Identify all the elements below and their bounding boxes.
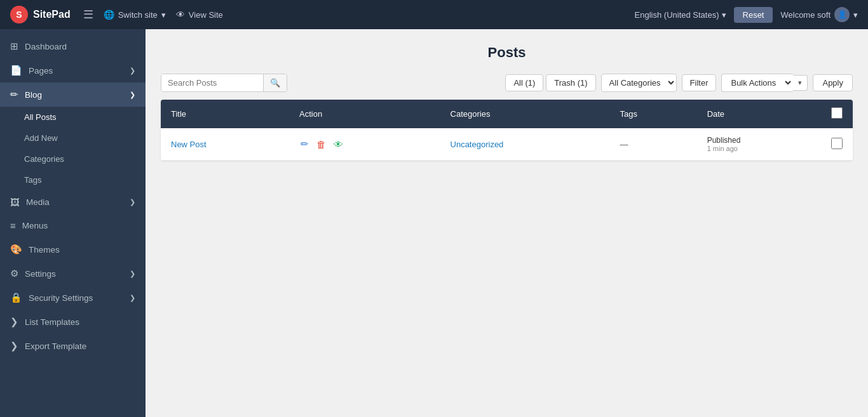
logo-icon: S	[10, 6, 28, 23]
pages-chevron: ❯	[130, 67, 135, 75]
select-all-checkbox[interactable]	[831, 107, 843, 119]
app-name: SitePad	[33, 9, 71, 20]
user-avatar: 👤	[834, 7, 850, 22]
language-chevron: ▾	[722, 10, 726, 20]
sidebar-item-export-template[interactable]: ❯ Export Template	[0, 334, 146, 358]
search-button[interactable]: 🔍	[263, 74, 287, 91]
top-nav-right: English (United States) ▾ Reset Welcome …	[635, 7, 858, 23]
sidebar-item-settings[interactable]: ⚙ Settings ❯	[0, 261, 146, 286]
post-date-status: Published	[707, 136, 811, 145]
security-chevron: ❯	[130, 294, 135, 302]
col-tags: Tags	[610, 100, 697, 128]
sidebar-label-dashboard: Dashboard	[25, 42, 67, 51]
sidebar-sub-categories[interactable]: Categories	[0, 149, 146, 169]
main-layout: ⊞ Dashboard 📄 Pages ❯ ✏ Blog ❯ All Posts…	[0, 29, 868, 417]
post-action-cell: ✏ 🗑 👁	[289, 128, 440, 161]
search-input[interactable]	[161, 74, 263, 91]
search-wrapper: 🔍	[161, 74, 287, 92]
filter-tabs: All (1) Trash (1)	[505, 74, 595, 91]
edit-post-button[interactable]: ✏	[299, 137, 310, 151]
sub-label-add-new: Add New	[24, 133, 58, 143]
reset-button[interactable]: Reset	[734, 7, 773, 23]
col-checkbox-header	[821, 100, 853, 128]
sub-label-categories: Categories	[24, 154, 64, 164]
sidebar: ⊞ Dashboard 📄 Pages ❯ ✏ Blog ❯ All Posts…	[0, 29, 146, 417]
eye-icon: 👁	[176, 10, 185, 20]
dashboard-icon: ⊞	[10, 41, 18, 52]
delete-post-button[interactable]: 🗑	[315, 138, 327, 151]
main-content: Posts 🔍 All (1) Trash (1) All Categories…	[146, 29, 868, 417]
sidebar-sub-tags[interactable]: Tags	[0, 169, 146, 190]
sidebar-item-themes[interactable]: 🎨 Themes	[0, 237, 146, 261]
security-icon: 🔒	[10, 292, 22, 303]
bulk-actions-wrapper: Bulk Actions ▾	[721, 74, 808, 92]
post-select-checkbox[interactable]	[831, 138, 843, 149]
apply-button[interactable]: Apply	[813, 74, 853, 91]
table-header-row: Title Action Categories Tags Date	[161, 100, 853, 128]
tab-trash[interactable]: Trash (1)	[546, 74, 595, 91]
app-logo[interactable]: S SitePad	[10, 6, 71, 23]
switch-site-button[interactable]: 🌐 Switch site ▾	[104, 10, 166, 20]
post-tags-cell: —	[610, 128, 697, 161]
sidebar-label-settings: Settings	[25, 269, 56, 279]
view-site-label: View Site	[189, 10, 223, 20]
sidebar-item-media[interactable]: 🖼 Media ❯	[0, 190, 146, 214]
sidebar-label-media: Media	[26, 197, 50, 207]
user-chevron: ▾	[853, 10, 858, 20]
sub-label-tags: Tags	[24, 175, 41, 185]
sidebar-item-pages[interactable]: 📄 Pages ❯	[0, 58, 146, 83]
language-selector[interactable]: English (United States) ▾	[635, 10, 726, 20]
sub-label-all-posts: All Posts	[24, 112, 57, 122]
sidebar-item-menus[interactable]: ≡ Menus	[0, 214, 146, 237]
menus-icon: ≡	[10, 220, 16, 231]
blog-chevron: ❯	[130, 91, 135, 99]
sidebar-label-menus: Menus	[22, 221, 48, 230]
welcome-label: Welcome soft	[780, 10, 831, 20]
switch-site-chevron: ▾	[161, 10, 166, 20]
post-category-link[interactable]: Uncategorized	[451, 140, 504, 149]
sidebar-item-security[interactable]: 🔒 Security Settings ❯	[0, 286, 146, 310]
post-tags-value: —	[620, 140, 628, 149]
bulk-actions-select[interactable]: Bulk Actions	[721, 74, 793, 92]
post-date-relative: 1 min ago	[707, 145, 811, 152]
blog-icon: ✏	[10, 89, 18, 100]
categories-select[interactable]: All Categories	[601, 74, 677, 92]
globe-icon: 🌐	[104, 10, 114, 20]
post-date-cell: Published 1 min ago	[697, 128, 821, 161]
media-icon: 🖼	[10, 197, 20, 208]
sidebar-sub-all-posts[interactable]: All Posts	[0, 107, 146, 128]
col-date: Date	[697, 100, 821, 128]
sidebar-label-export-template: Export Template	[25, 341, 86, 351]
bulk-actions-dropdown-btn[interactable]: ▾	[793, 75, 808, 91]
tab-all[interactable]: All (1)	[505, 74, 543, 91]
col-action: Action	[289, 100, 440, 128]
top-navigation: S SitePad ☰ 🌐 Switch site ▾ 👁 View Site …	[0, 0, 868, 29]
post-category-cell: Uncategorized	[440, 128, 610, 161]
view-site-button[interactable]: 👁 View Site	[176, 10, 223, 20]
post-title-cell: New Post	[161, 128, 289, 161]
action-icons: ✏ 🗑 👁	[299, 137, 430, 151]
sidebar-label-pages: Pages	[29, 66, 53, 76]
sidebar-label-blog: Blog	[25, 90, 42, 100]
post-checkbox-cell	[821, 128, 853, 161]
filter-button[interactable]: Filter	[682, 74, 717, 91]
sidebar-label-themes: Themes	[29, 245, 60, 255]
list-templates-icon: ❯	[10, 316, 18, 328]
col-title: Title	[161, 100, 289, 128]
user-menu[interactable]: Welcome soft 👤 ▾	[780, 7, 858, 22]
settings-icon: ⚙	[10, 268, 18, 279]
settings-chevron: ❯	[130, 270, 135, 278]
media-chevron: ❯	[130, 198, 135, 206]
posts-table: Title Action Categories Tags Date	[161, 100, 853, 161]
switch-site-label: Switch site	[118, 10, 158, 20]
sidebar-sub-add-new[interactable]: Add New	[0, 128, 146, 149]
view-post-button[interactable]: 👁	[332, 138, 344, 151]
sidebar-item-dashboard[interactable]: ⊞ Dashboard	[0, 34, 146, 58]
hamburger-icon[interactable]: ☰	[83, 8, 93, 22]
post-title-link[interactable]: New Post	[171, 140, 207, 149]
language-label: English (United States)	[635, 10, 719, 20]
sidebar-item-blog[interactable]: ✏ Blog ❯	[0, 83, 146, 107]
export-template-icon: ❯	[10, 340, 18, 352]
sidebar-item-list-templates[interactable]: ❯ List Templates	[0, 310, 146, 334]
col-categories: Categories	[440, 100, 610, 128]
